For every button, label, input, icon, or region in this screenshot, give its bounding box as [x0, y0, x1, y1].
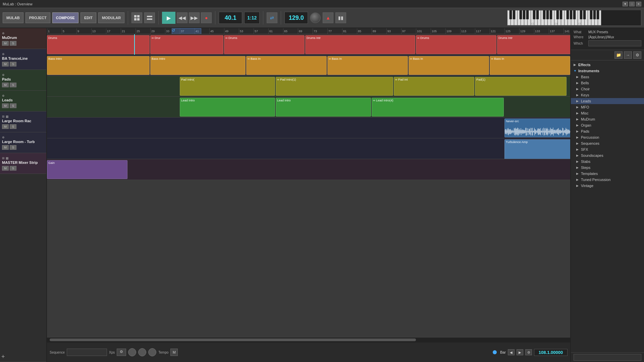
- tree-item-misc[interactable]: ▶Misc: [571, 110, 644, 116]
- block-leads-blocks-1[interactable]: Lead Intro: [276, 98, 371, 117]
- record-button[interactable]: ●: [201, 12, 212, 23]
- tree-item-instruments[interactable]: ▼Instruments: [571, 68, 644, 74]
- bar-settings[interactable]: ⚙: [525, 349, 532, 355]
- block-bass-blocks-5[interactable]: ∞ Bass In: [490, 56, 570, 75]
- tree-item-tuned-percussion[interactable]: ▶Tuned Percussion: [571, 177, 644, 183]
- solo-bass[interactable]: S: [10, 62, 16, 66]
- tree-item-vintage[interactable]: ▶Vintage: [571, 183, 644, 189]
- project-button[interactable]: PROJECT: [25, 12, 50, 23]
- loop-region[interactable]: [172, 28, 201, 34]
- rack2-blocks[interactable]: Turbulence Amp: [47, 138, 570, 159]
- list-view-button[interactable]: [144, 12, 155, 23]
- block-pads-blocks-1[interactable]: ∞ Pad Intro(1): [276, 77, 393, 96]
- forward-button[interactable]: ▶▶: [189, 12, 200, 23]
- tree-item-steps[interactable]: ▶Steps: [571, 165, 644, 171]
- minimize-button[interactable]: ▼: [623, 2, 628, 6]
- track-header-rack1[interactable]: ⊞ ▦ Large Room Rac M S: [0, 111, 46, 132]
- mute-rack2[interactable]: M: [2, 145, 9, 150]
- pads-blocks[interactable]: Pad Intro(∞ Pad Intro(1)∞ Pad IntPad(1)∞…: [47, 76, 570, 96]
- seq-circle-3[interactable]: [148, 348, 156, 356]
- rewind-button[interactable]: ◀◀: [177, 12, 187, 23]
- modular-button[interactable]: MODULAR: [98, 12, 124, 23]
- seq-settings-btn[interactable]: ⚙: [117, 349, 126, 356]
- solo-leads[interactable]: S: [10, 103, 16, 108]
- tree-item-sequences[interactable]: ▶Sequences: [571, 140, 644, 146]
- mute-button[interactable]: ▮▮: [335, 12, 346, 23]
- block-pads-blocks-3[interactable]: Pad(1): [475, 77, 567, 96]
- tree-item-mfo[interactable]: ▶MFO: [571, 104, 644, 110]
- mute-bass[interactable]: M: [2, 62, 9, 66]
- block-pads-blocks-0[interactable]: Pad Intro(: [180, 77, 275, 96]
- seq-input[interactable]: [68, 351, 105, 354]
- browser-folder-btn[interactable]: 📁: [614, 51, 623, 59]
- block-drums-blocks-1[interactable]: ∞ Drur: [150, 35, 223, 54]
- block-master-blocks-0[interactable]: Gain: [47, 160, 127, 179]
- close-button[interactable]: ✕: [636, 2, 641, 6]
- tree-item-mudrum[interactable]: ▶MuDrum: [571, 116, 644, 122]
- rack1-blocks[interactable]: Never-srcNever-srcNever-srcNever-src: [47, 118, 570, 138]
- block-bass-blocks-4[interactable]: ∞ Bass In: [409, 56, 489, 75]
- solo-pads[interactable]: S: [10, 83, 16, 87]
- which-input[interactable]: [588, 40, 641, 46]
- block-bass-blocks-1[interactable]: Bass Intro: [150, 56, 246, 75]
- tree-item-choir[interactable]: ▶Choir: [571, 86, 644, 92]
- drums-blocks[interactable]: Drums∞ Drur∞ DrumsDrums Intr∞ DrumsDrums…: [47, 34, 570, 55]
- browser-settings-btn[interactable]: ⚙: [633, 51, 641, 59]
- tracks-area[interactable]: Drums∞ Drur∞ DrumsDrums Intr∞ DrumsDrums…: [47, 34, 570, 337]
- grid-view-button[interactable]: [131, 12, 142, 23]
- block-rack1-blocks-0[interactable]: Never-src: [504, 119, 570, 137]
- mute-leads[interactable]: M: [2, 103, 9, 108]
- loop-button[interactable]: ⇄: [267, 12, 277, 23]
- solo-drums[interactable]: S: [10, 41, 16, 46]
- mute-drums[interactable]: M: [2, 41, 9, 46]
- block-bass-blocks-3[interactable]: ∞ Bass In: [327, 56, 408, 75]
- solo-rack2[interactable]: S: [10, 145, 16, 150]
- track-header-drums[interactable]: ⊕ MuDrum M S: [0, 28, 46, 49]
- block-rack2-blocks-0[interactable]: Turbulence Amp: [504, 139, 570, 159]
- seq-circle-1[interactable]: [128, 348, 136, 356]
- tempo-m-btn[interactable]: M: [170, 349, 178, 356]
- tree-item-percussion[interactable]: ▶Percussion: [571, 134, 644, 140]
- mulab-button[interactable]: MULAB: [3, 12, 23, 23]
- leads-blocks[interactable]: Lead IntroLead Intro∞ Lead Intro(4)Lead(…: [47, 97, 570, 117]
- tree-item-templates[interactable]: ▶Templates: [571, 171, 644, 177]
- tree-item-bass[interactable]: ▶Bass: [571, 74, 644, 80]
- tree-item-leads[interactable]: ▶Leads: [571, 98, 644, 104]
- block-bass-blocks-2[interactable]: ∞ Bass In: [246, 56, 327, 75]
- browser-arrow-btn[interactable]: →: [624, 51, 632, 59]
- mute-master[interactable]: M: [2, 166, 9, 171]
- seq-circle-2[interactable]: [138, 348, 146, 356]
- bar-prev[interactable]: ◀: [508, 349, 515, 355]
- track-header-leads[interactable]: ⊕ Leads M S: [0, 91, 46, 111]
- tree-item-bells[interactable]: ▶Bells: [571, 80, 644, 86]
- bass-blocks[interactable]: Bass IntroBass Intro∞ Bass In∞ Bass In∞ …: [47, 55, 570, 76]
- edit-button[interactable]: EDIT: [80, 12, 96, 23]
- tree-item-soundscapes[interactable]: ▶Soundscapes: [571, 152, 644, 159]
- block-bass-blocks-0[interactable]: Bass Intro: [47, 56, 150, 75]
- browser-search-input[interactable]: [574, 354, 641, 361]
- block-drums-blocks-2[interactable]: ∞ Drums: [224, 35, 305, 54]
- compose-button[interactable]: COMPOSE: [52, 12, 78, 23]
- horizontal-scrollbar[interactable]: [47, 337, 570, 342]
- block-drums-blocks-0[interactable]: Drums: [47, 35, 150, 54]
- bar-next[interactable]: ▶: [517, 349, 523, 355]
- tree-item-keys[interactable]: ▶Keys: [571, 92, 644, 98]
- block-leads-blocks-2[interactable]: ∞ Lead Intro(4): [372, 98, 504, 117]
- mute-pads[interactable]: M: [2, 83, 9, 87]
- tree-item-organ[interactable]: ▶Organ: [571, 122, 644, 128]
- block-leads-blocks-0[interactable]: Lead Intro: [180, 98, 275, 117]
- add-track-button[interactable]: +: [1, 353, 5, 360]
- block-drums-blocks-4[interactable]: ∞ Drums: [416, 35, 496, 54]
- tree-item-sfx[interactable]: ▶SFX: [571, 146, 644, 152]
- piano-svg[interactable]: C3C4C5: [507, 10, 641, 26]
- mute-rack1[interactable]: M: [2, 124, 9, 129]
- maximize-button[interactable]: □: [629, 2, 635, 6]
- play-button[interactable]: ▶: [162, 12, 175, 24]
- block-drums-blocks-5[interactable]: Drums Intr: [497, 35, 570, 54]
- solo-rack1[interactable]: S: [10, 124, 16, 129]
- timeline-ruler[interactable]: 1591317212529333741454953576165697377818…: [47, 28, 570, 34]
- solo-master[interactable]: S: [10, 166, 16, 171]
- track-header-pads[interactable]: ⊕ Pads M S: [0, 70, 46, 91]
- tree-item-pads[interactable]: ▶Pads: [571, 128, 644, 134]
- tempo-knob[interactable]: [310, 12, 321, 23]
